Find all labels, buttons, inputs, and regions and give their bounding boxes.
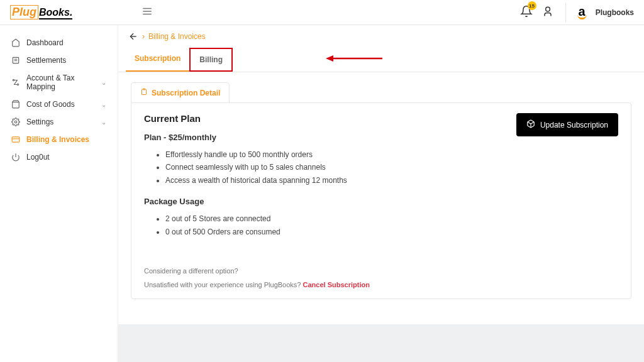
profile-icon[interactable] [541,5,554,19]
sidebar-item-billing[interactable]: Billing & Invoices [0,131,118,148]
sidebar-item-label: Settings [26,118,53,126]
clipboard-icon [140,88,148,97]
tab-subscription[interactable]: Subscription [126,48,189,72]
usage-point: 2 out of 5 Stores are connected [165,212,618,225]
sidebar-item-label: Log0ut [26,153,50,162]
breadcrumb: › Billing & Invoices [118,25,644,48]
svg-point-10 [14,121,17,123]
logo-part1: Plug [10,5,38,19]
subscription-detail-pill[interactable]: Subscription Detail [131,82,230,103]
sidebar-item-settings[interactable]: Settings ⌄ [0,113,118,131]
unsat-prefix: Unsatisfied with your experience using P… [144,281,303,288]
svg-rect-11 [12,137,19,142]
plan-point: Effortlessly handle up to 500 monthly or… [165,148,618,161]
pill-label: Subscription Detail [152,89,220,97]
chevron-right-icon: › [142,32,145,41]
svg-point-7 [13,79,14,80]
logo[interactable]: Plug Books. [10,5,72,19]
sidebar-item-settlements[interactable]: Settlements [0,52,118,69]
sidebar: Dashboard Settlements Account & Tax Mapp… [0,25,118,362]
svg-point-8 [17,84,18,85]
sidebar-item-label: Dashboard [26,38,64,47]
usage-point: 0 out of 500 Orders are consumed [165,226,618,238]
notification-bell[interactable]: 15 [520,5,533,19]
update-subscription-label: Update Subscription [540,121,608,129]
chevron-down-icon: ⌄ [101,119,106,126]
notification-badge: 15 [528,1,536,10]
company-name: Plugbooks [596,8,634,17]
plan-point: Connect seamlessly with up to 5 sales ch… [165,161,618,173]
sidebar-item-label: Account & Tax Mapping [26,74,95,91]
subscription-detail-body: Update Subscription Current Plan Plan - … [131,102,631,299]
chevron-down-icon: ⌄ [101,79,106,86]
hamburger-icon[interactable] [142,6,153,19]
sidebar-item-label: Settlements [26,56,66,65]
power-icon [11,153,20,162]
bag-icon [11,100,20,109]
tab-billing[interactable]: Billing [189,48,233,72]
logo-part2: Books. [39,7,72,19]
svg-marker-16 [326,55,333,62]
svg-point-3 [545,7,550,11]
gear-icon [11,118,20,126]
sidebar-item-dashboard[interactable]: Dashboard [0,34,118,52]
sidebar-item-cost-goods[interactable]: Cost of Goods ⌄ [0,96,118,113]
back-arrow-icon[interactable] [128,31,138,41]
sidebar-item-label: Billing & Invoices [26,135,89,144]
breadcrumb-text: Billing & Invoices [148,32,206,41]
mapping-icon [11,78,20,87]
usage-points-list: 2 out of 5 Stores are connected 0 out of… [144,212,618,238]
sidebar-item-account-tax[interactable]: Account & Tax Mapping ⌄ [0,69,118,96]
amazon-icon[interactable]: a [577,5,587,19]
unsatisfied-line: Unsatisfied with your experience using P… [144,281,618,288]
plan-point: Access a wealth of historical data spann… [165,174,618,187]
settlements-icon [11,56,20,65]
update-subscription-button[interactable]: Update Subscription [516,113,618,136]
sidebar-item-logout[interactable]: Log0ut [0,148,118,166]
tabs: Subscription Billing [118,48,644,72]
package-usage-title: Package Usage [144,197,618,206]
chevron-down-icon: ⌄ [101,101,106,108]
annotation-arrow-icon [326,54,382,63]
considering-text: Considering a different option? [144,267,618,275]
cube-icon [526,119,535,130]
card-icon [11,135,20,144]
dashboard-icon [11,38,20,47]
cancel-subscription-link[interactable]: Cancel Subscription [303,281,370,288]
vertical-divider [565,3,566,22]
sidebar-item-label: Cost of Goods [26,100,75,109]
plan-points-list: Effortlessly handle up to 500 monthly or… [144,148,618,187]
